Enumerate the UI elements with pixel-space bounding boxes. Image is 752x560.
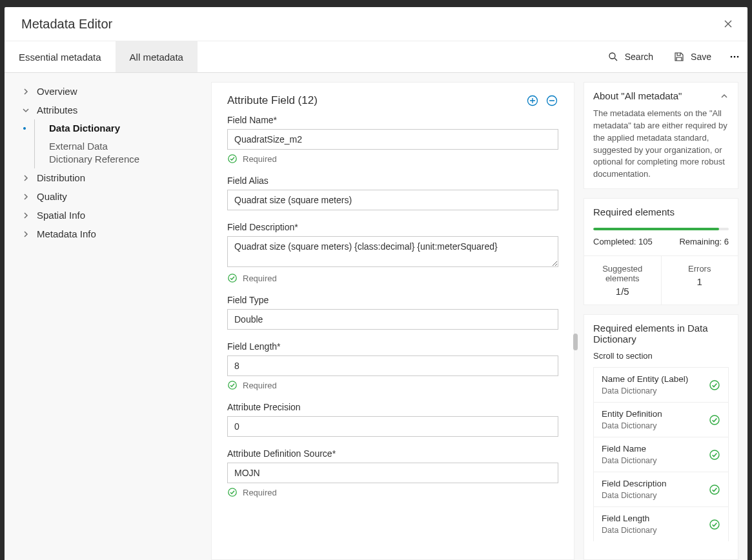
attribute-precision-group: Attribute Precision	[227, 402, 558, 437]
field-alias-group: Field Alias	[227, 175, 558, 210]
minus-circle-icon	[545, 94, 558, 107]
nav-external-data-dictionary-reference[interactable]: External Data Dictionary Reference	[35, 137, 151, 168]
nav-spatial-info[interactable]: Spatial Info	[21, 206, 211, 225]
required-text: Required	[243, 274, 277, 283]
item-title: Name of Entity (Label)	[602, 374, 709, 384]
field-alias-label: Field Alias	[227, 175, 558, 186]
toolbar: Essential metadata All metadata Search S…	[5, 41, 747, 73]
progress-meta: Completed: 105 Remaining: 6	[593, 237, 729, 246]
field-name-group: Field Name* Required	[227, 115, 558, 164]
attribute-precision-input[interactable]	[227, 416, 558, 437]
list-item[interactable]: Field LengthData Dictionary	[594, 507, 728, 541]
dialog-title: Metadata Editor	[21, 17, 720, 32]
required-indicator: Required	[227, 273, 558, 283]
svg-point-2	[734, 56, 736, 58]
nav-label: Quality	[37, 191, 67, 202]
section-header: Attribute Field (12)	[227, 94, 558, 107]
required-indicator: Required	[227, 154, 558, 164]
nav-label: Overview	[37, 86, 77, 97]
close-button[interactable]	[720, 16, 736, 32]
stats-split: Suggested elements 1/5 Errors 1	[584, 255, 738, 305]
field-length-label: Field Length*	[227, 341, 558, 352]
title-bar: Metadata Editor	[5, 7, 747, 41]
search-icon	[608, 52, 618, 62]
scroll-hint: Scroll to section	[593, 351, 729, 361]
svg-point-3	[737, 56, 739, 58]
nav-label: External Data Dictionary Reference	[49, 140, 151, 165]
nav-label: Distribution	[37, 172, 85, 183]
search-label: Search	[625, 52, 653, 62]
chevron-down-icon	[21, 106, 30, 115]
field-type-input[interactable]	[227, 309, 558, 330]
item-title: Field Name	[602, 444, 709, 454]
required-indicator: Required	[227, 380, 558, 390]
chevron-right-icon	[21, 87, 30, 96]
nav-quality[interactable]: Quality	[21, 187, 211, 206]
required-text: Required	[243, 154, 277, 164]
required-list[interactable]: Name of Entity (Label)Data Dictionary En…	[593, 367, 729, 541]
nav-distribution[interactable]: Distribution	[21, 168, 211, 187]
attribute-definition-source-group: Attribute Definition Source* Required	[227, 448, 558, 497]
field-length-input[interactable]	[227, 355, 558, 376]
field-name-input[interactable]	[227, 129, 558, 150]
form-panel: Attribute Field (12) Field Name* Require…	[211, 82, 574, 560]
list-item[interactable]: Entity DefinitionData Dictionary	[594, 403, 728, 437]
attribute-definition-source-input[interactable]	[227, 463, 558, 483]
nav-attributes[interactable]: Attributes	[21, 101, 211, 119]
add-field-button[interactable]	[526, 94, 539, 107]
required-in-dd-card: Required elements in Data Dictionary Scr…	[584, 314, 738, 560]
section-title: Attribute Field (12)	[227, 94, 520, 107]
about-description: The metadata elements on the "All metada…	[593, 108, 729, 181]
chevron-right-icon	[21, 192, 30, 201]
more-options-button[interactable]	[722, 41, 747, 72]
errors-stat[interactable]: Errors 1	[662, 256, 738, 305]
ellipsis-icon	[729, 52, 740, 62]
field-description-group: Field Description* Required	[227, 222, 558, 283]
remaining-text: Remaining: 6	[679, 237, 729, 246]
required-elements-title: Required elements	[593, 206, 729, 217]
form-pane: Attribute Field (12) Field Name* Require…	[211, 82, 574, 560]
about-toggle[interactable]: About "All metadata"	[593, 90, 729, 101]
suggested-elements-stat[interactable]: Suggested elements 1/5	[584, 256, 662, 305]
check-circle-icon	[709, 519, 720, 530]
chevron-right-icon	[21, 211, 30, 220]
save-icon	[674, 52, 684, 62]
attribute-precision-label: Attribute Precision	[227, 402, 558, 412]
svg-point-1	[731, 56, 733, 58]
tabs: Essential metadata All metadata	[5, 41, 198, 72]
scrollbar-handle[interactable]	[573, 334, 578, 350]
field-alias-input[interactable]	[227, 190, 558, 210]
nav-label: Data Dictionary	[49, 123, 120, 134]
list-item[interactable]: Name of Entity (Label)Data Dictionary	[594, 368, 728, 403]
remove-field-button[interactable]	[545, 94, 558, 107]
close-icon	[723, 19, 733, 29]
search-button[interactable]: Search	[598, 41, 664, 72]
field-type-group: Field Type	[227, 295, 558, 330]
nav-overview[interactable]: Overview	[21, 82, 211, 101]
item-subtitle: Data Dictionary	[602, 386, 709, 395]
tab-all-metadata[interactable]: All metadata	[116, 41, 198, 72]
list-item[interactable]: Field NameData Dictionary	[594, 437, 728, 472]
save-button[interactable]: Save	[664, 41, 722, 72]
tab-essential-metadata[interactable]: Essential metadata	[5, 41, 116, 72]
nav-data-dictionary[interactable]: Data Dictionary	[35, 119, 211, 137]
progress-bar	[593, 228, 729, 230]
sidebar-nav: Overview Attributes Data Dictionary Exte…	[5, 73, 211, 560]
suggested-value: 1/5	[588, 286, 657, 297]
field-description-label: Field Description*	[227, 222, 558, 232]
field-description-input[interactable]	[227, 236, 558, 267]
chevron-up-icon	[720, 92, 729, 101]
chevron-right-icon	[21, 174, 30, 183]
nav-label: Attributes	[37, 105, 77, 115]
item-subtitle: Data Dictionary	[602, 526, 709, 535]
list-item[interactable]: Field DescriptionData Dictionary	[594, 472, 728, 507]
check-circle-icon	[227, 154, 238, 164]
about-title: About "All metadata"	[593, 90, 682, 101]
nav-metadata-info[interactable]: Metadata Info	[21, 225, 211, 243]
errors-value: 1	[666, 276, 735, 287]
check-circle-icon	[227, 487, 238, 497]
svg-point-0	[609, 53, 615, 59]
field-length-group: Field Length* Required	[227, 341, 558, 390]
progress-fill	[593, 228, 719, 230]
check-circle-icon	[709, 379, 720, 391]
